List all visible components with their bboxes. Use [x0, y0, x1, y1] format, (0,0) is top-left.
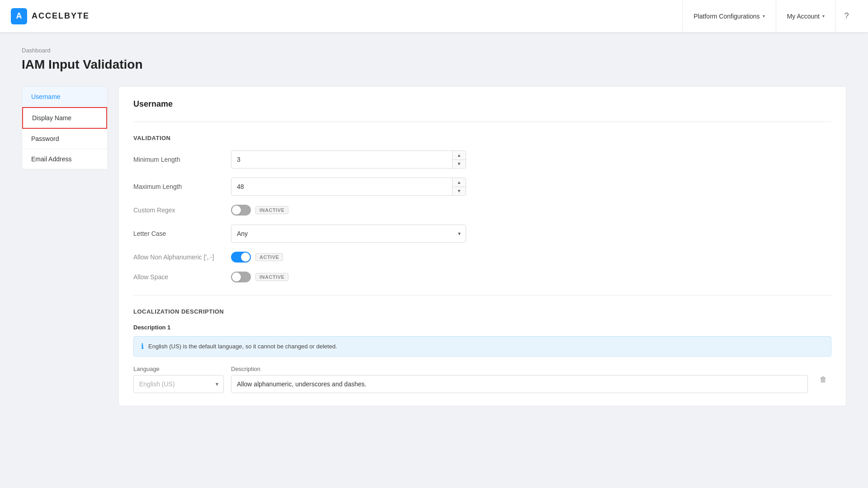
max-length-row: Maximum Length ▲ ▼	[133, 178, 831, 196]
allow-non-alpha-toggle[interactable]	[231, 252, 251, 263]
min-length-input[interactable]	[231, 150, 466, 169]
letter-case-select-wrapper: Any Uppercase Lowercase ▾	[231, 225, 466, 243]
right-panel: Username VALIDATION Minimum Length ▲ ▼	[118, 86, 846, 406]
max-length-spinners: ▲ ▼	[452, 178, 466, 195]
min-length-row: Minimum Length ▲ ▼	[133, 150, 831, 169]
validation-section: VALIDATION Minimum Length ▲ ▼ Maximum Le…	[133, 135, 831, 282]
breadcrumb: Dashboard	[22, 47, 846, 54]
min-length-increment[interactable]: ▲	[453, 151, 466, 160]
panel-divider	[133, 122, 831, 122]
max-length-input-wrapper: ▲ ▼	[231, 178, 466, 196]
allow-space-badge: INACTIVE	[255, 273, 288, 281]
custom-regex-row: Custom Regex INACTIVE	[133, 205, 831, 216]
max-length-input[interactable]	[231, 178, 466, 196]
language-select[interactable]: English (US)	[133, 375, 224, 393]
letter-case-label: Letter Case	[133, 230, 224, 237]
help-button[interactable]: ?	[835, 0, 857, 33]
allow-space-label: Allow Space	[133, 273, 224, 281]
sidebar: Username Display Name Password Email Add…	[22, 86, 108, 169]
min-length-spinners: ▲ ▼	[452, 151, 466, 168]
allow-non-alpha-label: Allow Non Alphanumeric [',.-]	[133, 253, 224, 261]
lang-desc-row: Language English (US) ▾ Description	[133, 366, 831, 393]
language-select-wrapper: English (US) ▾	[133, 375, 224, 393]
logo-text: ACCELBYTE	[32, 11, 90, 21]
allow-space-toggle[interactable]	[231, 272, 251, 282]
desc-col: Description	[231, 366, 808, 393]
letter-case-row: Letter Case Any Uppercase Lowercase ▾	[133, 225, 831, 243]
min-length-input-wrapper: ▲ ▼	[231, 150, 466, 169]
my-account-chevron: ▾	[822, 14, 825, 19]
info-icon: ℹ	[141, 342, 144, 351]
custom-regex-toggle-knob	[232, 206, 241, 215]
header: A ACCELBYTE Platform Configurations ▾ My…	[0, 0, 868, 33]
platform-config-nav[interactable]: Platform Configurations ▾	[682, 0, 775, 33]
main-content: Dashboard IAM Input Validation Username …	[0, 33, 868, 421]
localization-sub-title: Description 1	[133, 324, 831, 331]
delete-button[interactable]: 🗑	[815, 371, 831, 388]
sidebar-item-password[interactable]: Password	[22, 129, 107, 149]
allow-non-alpha-toggle-wrapper: ACTIVE	[231, 252, 283, 263]
info-text: English (US) is the default language, so…	[148, 343, 337, 350]
lang-col: Language English (US) ▾	[133, 366, 224, 393]
section-divider	[133, 295, 831, 296]
language-label: Language	[133, 366, 224, 372]
allow-space-row: Allow Space INACTIVE	[133, 272, 831, 282]
validation-section-title: VALIDATION	[133, 135, 831, 141]
page-title: IAM Input Validation	[22, 57, 846, 72]
custom-regex-toggle[interactable]	[231, 205, 251, 216]
min-length-decrement[interactable]: ▼	[453, 160, 466, 169]
info-box: ℹ English (US) is the default language, …	[133, 336, 831, 357]
delete-icon: 🗑	[820, 375, 827, 384]
platform-config-chevron: ▾	[763, 14, 765, 19]
localization-section: LOCALIZATION DESCRIPTION Description 1 ℹ…	[133, 308, 831, 393]
sidebar-item-email-address[interactable]: Email Address	[22, 149, 107, 169]
allow-non-alpha-row: Allow Non Alphanumeric [',.-] ACTIVE	[133, 252, 831, 263]
sidebar-item-username[interactable]: Username	[22, 87, 107, 107]
custom-regex-label: Custom Regex	[133, 206, 224, 214]
platform-config-label: Platform Configurations	[693, 13, 760, 20]
letter-case-select[interactable]: Any Uppercase Lowercase	[231, 225, 466, 243]
allow-non-alpha-toggle-knob	[241, 253, 250, 262]
panel-title: Username	[133, 99, 831, 109]
custom-regex-badge: INACTIVE	[255, 206, 288, 214]
description-input[interactable]	[231, 375, 808, 393]
max-length-increment[interactable]: ▲	[453, 178, 466, 187]
localization-section-title: LOCALIZATION DESCRIPTION	[133, 308, 831, 315]
min-length-label: Minimum Length	[133, 156, 224, 163]
content-layout: Username Display Name Password Email Add…	[22, 86, 846, 406]
sidebar-item-display-name[interactable]: Display Name	[22, 107, 107, 129]
logo-area: A ACCELBYTE	[11, 8, 682, 24]
custom-regex-toggle-wrapper: INACTIVE	[231, 205, 288, 216]
logo-icon: A	[11, 8, 27, 24]
allow-space-toggle-knob	[232, 272, 241, 282]
max-length-label: Maximum Length	[133, 183, 224, 190]
my-account-label: My Account	[787, 13, 820, 20]
help-icon: ?	[844, 11, 849, 21]
max-length-decrement[interactable]: ▼	[453, 187, 466, 196]
header-nav: Platform Configurations ▾ My Account ▾ ?	[682, 0, 857, 33]
description-label: Description	[231, 366, 808, 372]
allow-space-toggle-wrapper: INACTIVE	[231, 272, 288, 282]
my-account-nav[interactable]: My Account ▾	[776, 0, 835, 33]
allow-non-alpha-badge: ACTIVE	[255, 253, 283, 261]
